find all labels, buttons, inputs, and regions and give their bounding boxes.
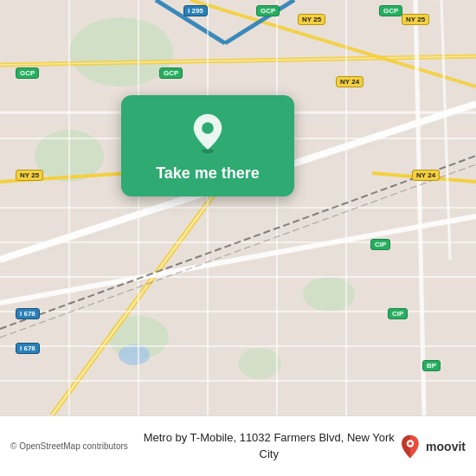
highway-badge-ny25-1: NY 25 xyxy=(298,14,325,25)
highway-badge-ny24-1: NY 24 xyxy=(336,76,363,87)
map-container: I 295 GCP GCP NY 25 NY 25 GCP GCP NY 24 … xyxy=(0,0,476,415)
svg-point-1 xyxy=(69,17,173,87)
highway-badge-gcp-1: GCP xyxy=(256,5,280,16)
highway-badge-gcp-3: GCP xyxy=(16,68,39,79)
take-me-there-card[interactable]: Take me there xyxy=(121,95,294,196)
moovit-logo: moovit xyxy=(398,434,466,459)
highway-badge-ny25-2: NY 25 xyxy=(402,14,429,25)
svg-point-39 xyxy=(408,441,412,445)
highway-badge-bp: BP xyxy=(422,360,441,371)
svg-point-37 xyxy=(202,122,214,134)
highway-badge-gcp-4: GCP xyxy=(159,68,183,79)
highway-badge-ny24-2: NY 24 xyxy=(412,170,440,181)
highway-badge-cip-2: CIP xyxy=(388,308,408,319)
take-me-there-button[interactable]: Take me there xyxy=(156,164,260,183)
highway-badge-ny25-3: NY 25 xyxy=(16,170,43,181)
bottom-bar: © OpenStreetMap contributors Metro by T-… xyxy=(0,415,476,476)
moovit-text: moovit xyxy=(426,440,466,453)
osm-attribution: © OpenStreetMap contributors xyxy=(10,441,139,451)
location-info: Metro by T-Mobile, 11032 Farmers Blvd, N… xyxy=(139,430,398,461)
location-text: Metro by T-Mobile, 11032 Farmers Blvd, N… xyxy=(144,431,395,460)
moovit-logo-icon xyxy=(398,434,422,459)
svg-point-5 xyxy=(238,348,281,379)
osm-attribution-text: © OpenStreetMap contributors xyxy=(10,441,128,451)
highway-badge-i295: I 295 xyxy=(183,5,208,16)
highway-badge-i678-2: I 678 xyxy=(16,343,40,354)
highway-badge-cip-1: CIP xyxy=(370,239,390,250)
highway-badge-gcp-2: GCP xyxy=(379,5,402,16)
location-pin-icon xyxy=(187,113,228,154)
highway-badge-i678-1: I 678 xyxy=(16,308,40,319)
svg-point-6 xyxy=(119,344,150,365)
